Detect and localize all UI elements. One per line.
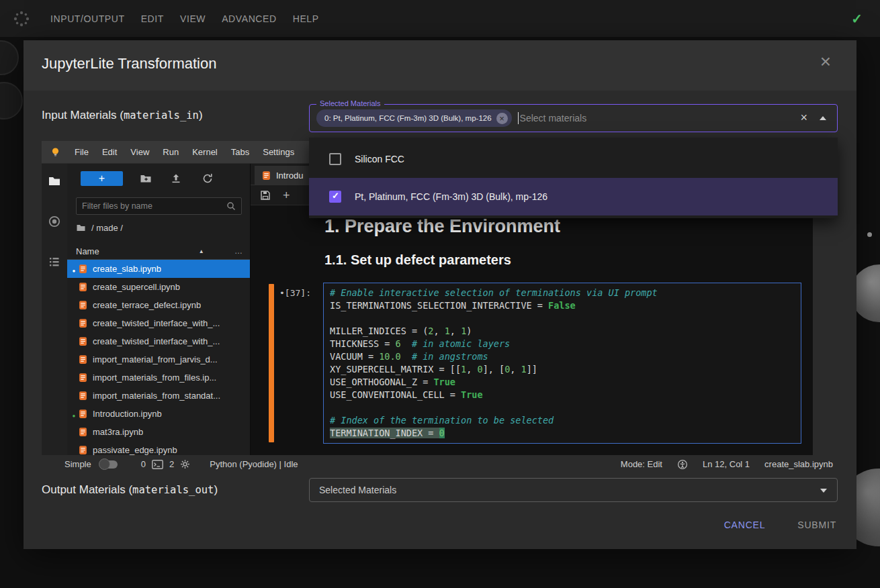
material-chip[interactable]: 0: Pt, Platinum, FCC (Fm-3m) 3D (Bulk), … xyxy=(316,109,512,127)
chevron-up-icon[interactable] xyxy=(820,116,826,120)
save-icon[interactable] xyxy=(260,190,271,201)
file-name: Introduction.ipynb xyxy=(93,409,162,419)
clear-selection-icon[interactable]: × xyxy=(800,111,807,124)
terminal-icon xyxy=(152,460,163,469)
file-name: import_materials_from_standat... xyxy=(93,391,220,401)
file-name: create_terrace_defect.ipynb xyxy=(93,300,201,310)
filter-files-box[interactable] xyxy=(76,197,242,215)
top-menu-item[interactable]: ADVANCED xyxy=(222,13,277,24)
status-bar: Simple 0 2 Python (Pyodide) | Idle Mode:… xyxy=(42,455,838,473)
file-row[interactable]: create_terrace_defect.ipynb xyxy=(67,296,250,314)
file-status-dot xyxy=(70,426,78,438)
file-status-dot xyxy=(70,444,78,456)
dialog-title: JupyterLite Transformation xyxy=(42,55,216,72)
refresh-icon[interactable] xyxy=(202,173,214,187)
status-bar-left: Simple 0 2 Python (Pyodide) | Idle xyxy=(64,459,298,469)
material-option[interactable]: Pt, Platinum, FCC (Fm-3m) 3D (Bulk), mp-… xyxy=(309,178,838,215)
markdown-heading-2: 1.1. Set up defect parameters xyxy=(324,252,511,268)
screen: INPUT/OUTPUTEDITVIEWADVANCEDHELP ✓ Jupyt… xyxy=(0,0,880,588)
jupyter-menu-item[interactable]: View xyxy=(124,147,156,157)
file-row[interactable]: mat3ra.ipynb xyxy=(67,423,250,441)
input-materials-variable: materials_in xyxy=(124,109,199,121)
app-logo-icon[interactable] xyxy=(12,9,32,29)
code-cell: •[37]: # Enable interactive selection of… xyxy=(251,283,813,445)
option-checkbox[interactable] xyxy=(329,191,341,203)
terminal-count[interactable]: 0 xyxy=(141,459,146,469)
kernel-count[interactable]: 2 xyxy=(169,459,174,469)
materials-multiselect[interactable]: Selected Materials 0: Pt, Platinum, FCC … xyxy=(309,104,838,132)
home-folder-icon[interactable] xyxy=(76,223,86,233)
mode-indicator[interactable]: Mode: Edit xyxy=(621,459,662,469)
check-icon[interactable]: ✓ xyxy=(851,11,863,27)
jupyter-menus: FileEditViewRunKernelTabsSettings xyxy=(68,147,301,157)
dialog-header: JupyterLite Transformation × xyxy=(24,40,856,91)
close-icon[interactable]: × xyxy=(820,52,831,71)
jupyter-menu-item[interactable]: Kernel xyxy=(185,147,224,157)
cancel-button[interactable]: CANCEL xyxy=(724,520,766,530)
jupyter-menu-item[interactable]: File xyxy=(68,147,95,157)
chip-remove-icon[interactable]: × xyxy=(496,113,508,124)
header-menu-icon[interactable]: … xyxy=(234,246,243,256)
jupyter-menu-item[interactable]: Run xyxy=(156,147,185,157)
notebook-file-icon xyxy=(78,336,88,346)
toggle-knob xyxy=(99,458,110,470)
file-row[interactable]: import_material_from_jarvis_d... xyxy=(67,350,250,369)
upload-icon[interactable] xyxy=(170,173,182,187)
code-editor[interactable]: # Enable interactive selection of termin… xyxy=(323,283,801,444)
simple-mode-toggle[interactable] xyxy=(100,460,118,469)
cursor-position[interactable]: Ln 12, Col 1 xyxy=(703,459,750,469)
file-row[interactable]: create_twisted_interface_with_... xyxy=(67,332,250,350)
top-menu-item[interactable]: HELP xyxy=(293,13,319,24)
file-row[interactable]: passivate_edge.ipynb xyxy=(67,441,250,455)
material-option[interactable]: Silicon FCC xyxy=(309,140,838,178)
submit-button[interactable]: SUBMIT xyxy=(797,520,836,530)
file-status-dot xyxy=(70,354,78,366)
jupyter-menu-item[interactable]: Tabs xyxy=(224,147,256,157)
kernel-status[interactable]: Python (Pyodide) | Idle xyxy=(210,459,298,469)
output-materials-select[interactable]: Selected Materials xyxy=(309,478,838,502)
markdown-heading-1: 1. Prepare the Environment xyxy=(324,216,560,237)
notebook-tab-icon xyxy=(261,170,271,181)
new-launcher-button[interactable]: + xyxy=(81,171,123,186)
jupyterlite-transformation-dialog: JupyterLite Transformation × Input Mater… xyxy=(24,40,856,549)
notebook-file-icon xyxy=(78,391,88,401)
file-row[interactable]: import_materials_from_files.ip... xyxy=(67,369,250,387)
materials-select-placeholder: Select materials xyxy=(520,113,587,124)
output-materials-label: Output Materials (materials_out) xyxy=(42,483,218,497)
new-folder-icon[interactable] xyxy=(140,173,152,187)
top-menu-item[interactable]: VIEW xyxy=(180,13,206,24)
file-list-header[interactable]: Name ▲ … xyxy=(67,243,250,260)
statusbar-filename[interactable]: create_slab.ipynb xyxy=(764,459,833,469)
kernel-sessions-icon xyxy=(180,459,190,469)
search-icon xyxy=(226,201,236,211)
top-menu-item[interactable]: INPUT/OUTPUT xyxy=(50,13,125,24)
accessibility-icon[interactable] xyxy=(677,459,688,470)
file-row[interactable]: Introduction.ipynb xyxy=(67,405,250,423)
jupyter-menu-item[interactable]: Edit xyxy=(95,147,124,157)
running-sessions-icon[interactable] xyxy=(48,215,61,228)
table-of-contents-icon[interactable] xyxy=(48,255,61,268)
notebook-file-icon xyxy=(78,373,88,383)
file-row[interactable]: create_supercell.ipynb xyxy=(67,278,250,296)
option-checkbox[interactable] xyxy=(329,153,341,165)
execution-count: •[37]: xyxy=(279,288,311,298)
file-status-dot xyxy=(70,408,78,420)
breadcrumb-path: / made / xyxy=(91,223,123,233)
breadcrumb[interactable]: / made / xyxy=(76,223,123,233)
file-row[interactable]: create_twisted_interface_with_... xyxy=(67,314,250,332)
notebook-tab-label: Introdu xyxy=(276,170,303,181)
output-materials-label-prefix: Output Materials ( xyxy=(42,483,132,496)
file-name: passivate_edge.ipynb xyxy=(93,445,177,455)
file-browser-icon[interactable] xyxy=(48,175,61,188)
file-status-dot xyxy=(70,336,78,348)
filter-files-input[interactable] xyxy=(77,201,226,211)
top-menu: INPUT/OUTPUTEDITVIEWADVANCEDHELP xyxy=(50,13,319,24)
file-row[interactable]: create_slab.ipynb xyxy=(67,260,250,278)
file-row[interactable]: import_materials_from_standat... xyxy=(67,387,250,405)
active-cell-indicator[interactable] xyxy=(269,284,274,442)
notebook-file-icon xyxy=(78,445,88,455)
add-cell-icon[interactable]: + xyxy=(283,189,290,201)
file-status-dot xyxy=(70,281,78,293)
top-menu-item[interactable]: EDIT xyxy=(141,13,164,24)
jupyter-menu-item[interactable]: Settings xyxy=(256,147,301,157)
